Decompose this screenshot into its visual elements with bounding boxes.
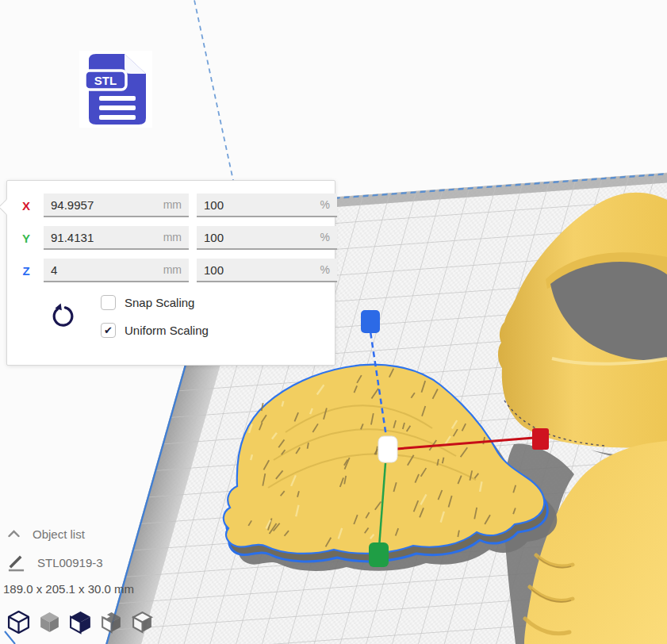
unit-percent-label: %	[320, 231, 330, 243]
object-name-label: STL00919-3	[37, 556, 103, 569]
axis-z-label: Z	[17, 264, 36, 278]
scale-x-percent-field: %	[197, 194, 337, 217]
snap-scaling-checkbox[interactable]	[101, 295, 116, 310]
scale-z-mm-field: mm	[44, 259, 189, 282]
unit-mm-label: mm	[163, 198, 182, 211]
cube-face-gray-icon[interactable]	[99, 610, 124, 634]
uniform-scaling-label: Uniform Scaling	[125, 324, 209, 337]
unit-mm-label: mm	[163, 263, 182, 276]
stl-badge-text: STL	[94, 74, 117, 87]
cube-open-gray-icon[interactable]	[130, 610, 155, 634]
axis-y-label: Y	[17, 232, 36, 245]
stl-file-icon[interactable]: STL	[79, 51, 152, 128]
scale-y-percent-input[interactable]	[197, 226, 337, 248]
cube-highlight-icon[interactable]	[68, 610, 93, 634]
axis-x-label: X	[17, 199, 36, 213]
gizmo-handle-x-red[interactable]	[532, 428, 549, 450]
rotate-ccw-icon	[49, 303, 76, 330]
scale-z-percent-input[interactable]	[197, 259, 337, 281]
cube-wireframe-icon[interactable]	[6, 610, 31, 634]
scale-row-x: X mm %	[17, 194, 322, 217]
unit-mm-label: mm	[163, 231, 182, 243]
mesh-type-toolbar	[6, 610, 155, 634]
file-icon-graphic: STL	[85, 53, 147, 125]
scale-row-z: Z mm %	[17, 259, 322, 282]
scale-row-y: Y mm %	[17, 226, 322, 250]
scale-z-percent-field: %	[197, 259, 337, 282]
reset-scale-button[interactable]	[47, 293, 79, 339]
scale-y-percent-field: %	[197, 226, 337, 250]
object-list-item[interactable]: STL00919-3	[7, 552, 182, 573]
object-dimensions-label: 189.0 x 205.1 x 30.0 mm	[3, 582, 182, 596]
application-window: STL X mm % Y mm	[0, 0, 667, 644]
chevron-up-icon	[8, 530, 20, 538]
uniform-scaling-checkbox[interactable]: ✔	[101, 323, 116, 338]
cube-solid-icon[interactable]	[37, 610, 62, 634]
gizmo-handle-z-blue[interactable]	[361, 310, 380, 333]
gizmo-handle-center-white[interactable]	[378, 436, 397, 462]
scale-x-mm-field: mm	[44, 194, 189, 217]
snap-scaling-label: Snap Scaling	[125, 296, 194, 309]
object-list-header[interactable]: Object list	[8, 523, 182, 544]
snap-scaling-option[interactable]: Snap Scaling	[101, 295, 209, 310]
uniform-scaling-option[interactable]: ✔ Uniform Scaling	[101, 323, 209, 338]
pencil-icon	[7, 554, 25, 572]
gizmo-handle-y-green[interactable]	[369, 542, 389, 567]
unit-percent-label: %	[320, 263, 330, 276]
scale-y-mm-field: mm	[44, 226, 189, 250]
scale-tool-panel: X mm % Y mm % Z mm	[6, 180, 335, 366]
object-list-panel: Object list STL00919-3 189.0 x 205.1 x 3…	[0, 523, 182, 596]
scale-x-percent-input[interactable]	[197, 194, 337, 216]
object-list-label: Object list	[33, 527, 85, 541]
unit-percent-label: %	[320, 198, 330, 211]
